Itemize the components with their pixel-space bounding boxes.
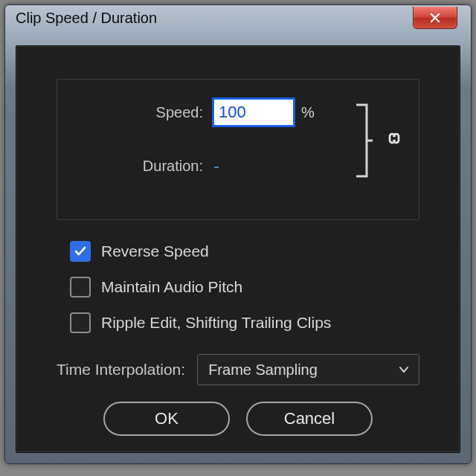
checkmark-icon [74,245,87,258]
checkbox-box [70,312,91,333]
checkbox-label: Reverse Speed [101,242,209,260]
link-icon [386,130,402,147]
ripple-edit-checkbox[interactable]: Ripple Edit, Shifting Trailing Clips [70,312,419,333]
link-bracket [355,99,373,182]
checkbox-label: Ripple Edit, Shifting Trailing Clips [101,314,331,332]
speed-unit: % [301,104,315,121]
close-icon [429,12,441,24]
link-toggle[interactable] [386,129,402,152]
speed-duration-group: Speed: % Duration: - [57,79,419,220]
chevron-down-icon [398,364,410,376]
dialog-title: Clip Speed / Duration [16,10,157,27]
maintain-audio-pitch-checkbox[interactable]: Maintain Audio Pitch [70,277,419,298]
close-button[interactable] [413,7,457,29]
time-interpolation-label: Time Interpolation: [57,361,185,379]
checkbox-label: Maintain Audio Pitch [101,278,242,296]
duration-label: Duration: [57,158,213,175]
dialog-window: Clip Speed / Duration Speed: % Duration:… [4,4,472,464]
reverse-speed-checkbox[interactable]: Reverse Speed [70,241,419,262]
time-interpolation-row: Time Interpolation: Frame Sampling [57,354,419,385]
cancel-button[interactable]: Cancel [246,402,373,436]
dialog-body: Speed: % Duration: - [16,45,460,453]
titlebar[interactable]: Clip Speed / Duration [5,5,471,41]
checkbox-box [70,277,91,298]
time-interpolation-dropdown[interactable]: Frame Sampling [197,354,419,385]
checkbox-box [70,241,91,262]
duration-value[interactable]: - [213,155,219,176]
dialog-buttons: OK Cancel [16,402,460,436]
checkbox-group: Reverse Speed Maintain Audio Pitch Rippl… [70,241,419,348]
dropdown-value: Frame Sampling [208,361,318,379]
speed-input[interactable] [213,99,294,126]
button-label: Cancel [284,409,335,428]
ok-button[interactable]: OK [103,402,230,436]
button-label: OK [155,409,178,428]
speed-label: Speed: [57,104,213,121]
